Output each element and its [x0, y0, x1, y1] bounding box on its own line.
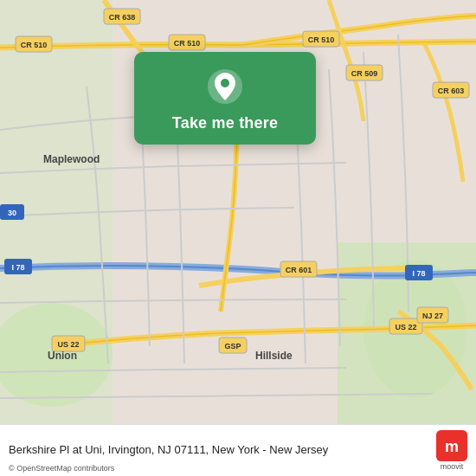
svg-text:GSP: GSP — [224, 342, 241, 351]
svg-text:Union: Union — [48, 350, 77, 362]
svg-text:I 78: I 78 — [11, 263, 24, 272]
svg-text:Hillside: Hillside — [255, 350, 293, 362]
address-text: Berkshire Pl at Uni, Irvington, NJ 07111… — [9, 442, 429, 458]
svg-text:CR 510: CR 510 — [21, 41, 48, 49]
svg-text:CR 603: CR 603 — [438, 87, 465, 95]
take-me-there-button[interactable]: Take me there — [172, 114, 278, 132]
svg-text:CR 509: CR 509 — [351, 69, 378, 78]
svg-text:CR 601: CR 601 — [286, 266, 312, 274]
map-container: CR 510 CR 510 CR 510 CR 638 CR 509 CR 60… — [0, 0, 476, 424]
attribution-text: © OpenStreetMap contributors — [9, 464, 114, 473]
moovit-label: moovit — [441, 462, 464, 471]
svg-text:NJ 27: NJ 27 — [422, 312, 443, 320]
svg-text:m: m — [445, 438, 459, 455]
svg-text:US 22: US 22 — [395, 323, 416, 331]
svg-text:CR 510: CR 510 — [174, 39, 201, 48]
svg-text:CR 510: CR 510 — [308, 35, 335, 44]
svg-text:30: 30 — [8, 209, 16, 217]
osm-attribution: © OpenStreetMap contributors — [9, 464, 114, 473]
svg-point-37 — [221, 79, 229, 87]
location-pin-icon — [206, 68, 244, 106]
moovit-icon: m — [436, 430, 467, 461]
svg-text:Maplewood: Maplewood — [43, 153, 100, 165]
location-card: Take me there — [134, 52, 316, 145]
moovit-logo: m moovit — [436, 430, 467, 471]
svg-text:CR 638: CR 638 — [109, 13, 136, 22]
svg-text:I 78: I 78 — [412, 269, 425, 278]
svg-text:US 22: US 22 — [57, 340, 79, 349]
